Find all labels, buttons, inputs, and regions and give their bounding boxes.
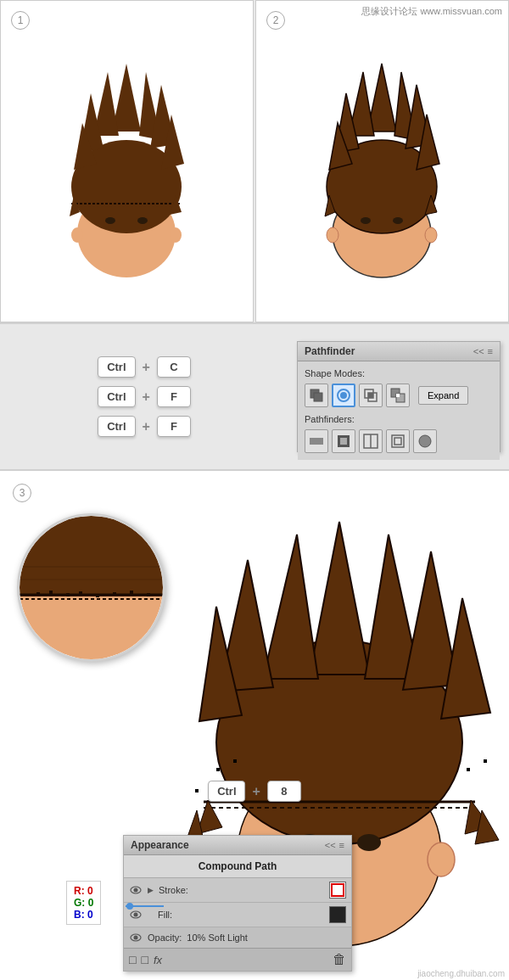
svg-point-13 — [170, 227, 182, 243]
pathfinder-1[interactable] — [305, 429, 328, 453]
svg-point-11 — [137, 217, 148, 224]
pathfinders-label: Pathfinders: — [305, 414, 493, 424]
add-icon[interactable]: □ — [141, 953, 148, 966]
svg-rect-50 — [20, 516, 163, 596]
pathfinder-controls[interactable]: << ≡ — [473, 346, 493, 356]
mode-unite[interactable] — [305, 384, 328, 407]
middle-section: Ctrl + C Ctrl + F Ctrl + F Pathfinder <<… — [0, 322, 509, 471]
step-number-3: 3 — [13, 484, 31, 502]
expand-button[interactable]: Expand — [418, 386, 468, 405]
svg-rect-61 — [147, 593, 150, 596]
appearance-titlebar: Appearance << ≡ — [124, 836, 351, 855]
svg-point-12 — [71, 227, 83, 243]
svg-point-91 — [134, 888, 138, 893]
svg-rect-40 — [396, 394, 400, 397]
plus-2: + — [143, 389, 150, 405]
zoom-circle-inner — [20, 516, 163, 659]
pathfinder-panel: Pathfinder << ≡ Shape Modes: — [297, 341, 501, 452]
svg-rect-58 — [96, 594, 99, 597]
svg-marker-67 — [263, 535, 318, 679]
svg-rect-44 — [340, 438, 347, 445]
eye-icon-3 — [130, 932, 142, 944]
shape-modes-row: Expand — [305, 384, 493, 407]
fill-swatch[interactable] — [329, 906, 346, 923]
delete-icon[interactable]: 🗑 — [333, 952, 346, 967]
step-number-2: 2 — [266, 11, 285, 30]
key-ctrl-1: Ctrl — [98, 356, 135, 378]
eye-icon — [130, 884, 142, 896]
svg-rect-56 — [66, 593, 70, 596]
rgb-b-value: B: 0 — [74, 909, 93, 921]
appearance-menu[interactable]: ≡ — [339, 840, 344, 850]
svg-rect-85 — [195, 789, 199, 792]
key-ctrl-8: Ctrl — [208, 781, 245, 802]
rgb-badge: R: 0 G: 0 B: 0 — [66, 881, 101, 925]
shortcut-row-2: Ctrl + F — [98, 386, 191, 407]
stroke-swatch[interactable] — [329, 882, 346, 899]
mode-minus-front[interactable] — [332, 384, 355, 407]
svg-rect-59 — [113, 592, 116, 596]
stroke-red-indicator — [331, 883, 344, 897]
step-number-1: 1 — [11, 11, 30, 30]
zoom-svg — [20, 516, 163, 659]
svg-rect-51 — [20, 596, 163, 659]
opacity-visibility[interactable] — [129, 931, 143, 944]
pathfinder-4[interactable] — [386, 429, 410, 453]
appearance-footer: □ □ fx 🗑 — [124, 948, 351, 971]
plus-3: + — [143, 419, 150, 434]
stroke-arrow[interactable]: ▶ — [148, 886, 154, 894]
ctrl8-row: Ctrl + 8 — [208, 781, 301, 802]
svg-point-95 — [134, 936, 138, 940]
top-section: 1 2 — [0, 0, 509, 322]
fx-icon[interactable]: fx — [154, 954, 162, 966]
stroke-label: Stroke: — [159, 885, 324, 895]
svg-point-26 — [393, 217, 403, 224]
svg-point-49 — [419, 435, 431, 447]
layer-icon[interactable]: □ — [129, 953, 136, 966]
svg-marker-66 — [310, 522, 369, 675]
svg-rect-32 — [314, 393, 322, 401]
svg-point-78 — [428, 843, 455, 876]
svg-rect-57 — [79, 591, 82, 595]
svg-point-76 — [357, 834, 381, 851]
pathfinder-3[interactable] — [359, 429, 383, 453]
pathfinder-titlebar: Pathfinder << ≡ — [298, 342, 500, 361]
svg-rect-84 — [233, 759, 237, 763]
bottom-watermark: jiaocheng.dhuiban.com — [417, 969, 505, 978]
svg-rect-41 — [310, 438, 316, 445]
svg-rect-87 — [484, 759, 487, 763]
svg-rect-48 — [394, 438, 401, 445]
svg-point-28 — [425, 227, 437, 243]
keyboard-shortcuts: Ctrl + C Ctrl + F Ctrl + F — [0, 324, 288, 469]
pathfinder-menu[interactable]: ≡ — [488, 346, 493, 356]
character-2-svg — [316, 38, 448, 284]
rgb-r-value: R: 0 — [74, 885, 93, 897]
pathfinder-2[interactable] — [332, 429, 355, 453]
appearance-title: Appearance — [131, 839, 189, 851]
plus-8: + — [253, 784, 260, 799]
key-c: C — [157, 356, 191, 378]
plus-1: + — [143, 360, 150, 375]
stroke-visibility[interactable] — [129, 883, 143, 897]
mode-intersect[interactable] — [359, 384, 383, 407]
svg-rect-55 — [49, 591, 53, 594]
shape-modes-label: Shape Modes: — [305, 368, 493, 378]
pathfinder-title: Pathfinder — [305, 345, 355, 357]
svg-rect-86 — [467, 768, 470, 771]
panel-2: 2 — [255, 0, 509, 322]
svg-rect-42 — [316, 438, 323, 445]
pathfinder-collapse[interactable]: << — [473, 346, 484, 356]
pathfinder-5[interactable] — [413, 429, 437, 453]
key-f-1: F — [157, 386, 191, 407]
mode-exclude[interactable] — [386, 384, 410, 407]
opacity-value: 10% Soft Light — [187, 932, 248, 943]
svg-point-27 — [327, 227, 338, 243]
zoom-circle — [17, 513, 165, 662]
key-ctrl-3: Ctrl — [98, 416, 135, 437]
rgb-g-value: G: 0 — [74, 897, 93, 909]
appearance-controls[interactable]: << ≡ — [325, 840, 344, 850]
svg-rect-83 — [216, 768, 220, 771]
pathfinders-row — [305, 429, 493, 453]
shortcut-row-3: Ctrl + F — [98, 416, 191, 437]
appearance-collapse[interactable]: << — [325, 840, 336, 850]
